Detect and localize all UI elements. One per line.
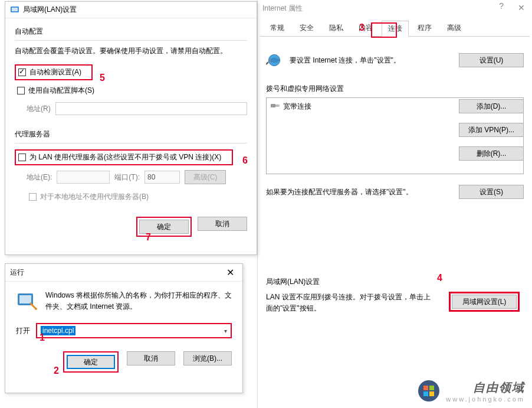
proxy-group-label: 代理服务器 (15, 129, 247, 139)
tab-privacy[interactable]: 隐私 (323, 20, 350, 36)
ie-body: 要设置 Internet 连接，单击"设置"。 设置(U) 拨号和虚拟专用网络设… (258, 37, 532, 320)
close-button[interactable]: ✕ (518, 3, 525, 12)
proxy-checkbox-label: 为 LAN 使用代理服务器(这些设置不用于拨号或 VPN 连接)(X) (29, 152, 221, 162)
auto-config-desc: 自动配置会覆盖手动设置。要确保使用手动设置，请禁用自动配置。 (15, 45, 247, 56)
use-script-checkbox[interactable] (17, 87, 25, 94)
run-open-combobox[interactable]: inetcpl.cpl ▾ (36, 323, 232, 338)
run-buttons-row: 确定 取消 浏览(B)... (16, 351, 232, 373)
run-description: Windows 将根据你所输入的名称，为你打开相应的程序、文件夹、文档或 Int… (45, 290, 232, 312)
lan-section: 局域网(LAN)设置 LAN 设置不应用到拨号连接。对于拨号设置，单击上面的"设… (266, 277, 524, 314)
bypass-local-row: 对于本地地址不使用代理服务器(B) (27, 190, 247, 204)
lan-titlebar: 局域网(LAN)设置 (5, 2, 257, 18)
lan-body: 自动配置 自动配置会覆盖手动设置。要确保使用手动设置，请禁用自动配置。 自动检测… (5, 18, 257, 245)
svg-rect-2 (271, 104, 275, 107)
proxy-address-row: 地址(E): 端口(T): 高级(C) (27, 170, 247, 184)
proxy-address-input (57, 171, 110, 184)
annotation-box-2: 确定 (63, 351, 119, 373)
run-close-button[interactable]: ✕ (223, 267, 238, 278)
proxy-checkbox[interactable] (18, 154, 26, 161)
run-app-icon (16, 290, 37, 311)
tab-connections[interactable]: 连接 (382, 21, 409, 37)
add-dial-button[interactable]: 添加(D)... (459, 99, 524, 113)
annotation-number-5: 5 (100, 73, 105, 83)
internet-properties-window: Internet 属性 ? ✕ 常规 安全 隐私 内容 连接 程序 高级 3 要… (257, 0, 532, 408)
chevron-down-icon[interactable]: ▾ (224, 328, 227, 334)
conn-settings-button[interactable]: 设置(S) (459, 185, 524, 199)
svg-rect-7 (12, 8, 18, 11)
lan-dialog-buttons: 确定 取消 (15, 217, 247, 237)
proxy-port-input (145, 171, 180, 184)
run-body: Windows 将根据你所输入的名称，为你打开相应的程序、文件夹、文档或 Int… (5, 282, 242, 381)
auto-detect-label: 自动检测设置(A) (29, 67, 81, 77)
dial-buttons-column: 添加(D)... 添加 VPN(P)... 删除(R)... (459, 99, 524, 161)
plug-icon (270, 102, 280, 111)
tab-content[interactable]: 内容 (352, 20, 379, 36)
use-script-label: 使用自动配置脚本(S) (28, 86, 94, 96)
script-address-row: 地址(R) (27, 102, 247, 115)
run-title-text: 运行 (10, 267, 24, 278)
annotation-box-7: 确定 (136, 217, 192, 237)
divider (15, 40, 247, 41)
auto-config-label: 自动配置 (15, 27, 247, 37)
run-open-label: 打开 (16, 326, 30, 336)
auto-detect-checkbox[interactable] (18, 68, 26, 76)
setup-row: 要设置 Internet 连接，单击"设置"。 设置(U) (266, 52, 524, 68)
tab-security[interactable]: 安全 (293, 20, 320, 36)
proxy-note-text: 如果要为连接配置代理服务器，请选择"设置"。 (266, 187, 413, 197)
lan-cancel-button[interactable]: 取消 (198, 217, 247, 231)
lan-group-label: 局域网(LAN)设置 (266, 277, 524, 287)
bypass-local-label: 对于本地地址不使用代理服务器(B) (40, 192, 149, 202)
proxy-port-label: 端口(T): (114, 172, 140, 182)
tab-programs[interactable]: 程序 (411, 20, 438, 36)
help-button[interactable]: ? (499, 1, 504, 11)
add-vpn-button[interactable]: 添加 VPN(P)... (459, 123, 524, 137)
script-address-input (55, 102, 247, 115)
annotation-box-4: 局域网设置(L) (449, 292, 520, 312)
run-open-value: inetcpl.cpl (41, 326, 75, 335)
bypass-local-checkbox (29, 193, 37, 201)
run-titlebar: 运行 ✕ (5, 264, 242, 282)
setup-button[interactable]: 设置(U) (459, 53, 524, 67)
script-address-label: 地址(R) (27, 104, 51, 114)
setup-text: 要设置 Internet 连接，单击"设置"。 (290, 56, 400, 66)
run-browse-button[interactable]: 浏览(B)... (183, 351, 232, 365)
auto-detect-checkbox-row[interactable]: 自动检测设置(A) (15, 64, 93, 80)
tab-general[interactable]: 常规 (264, 20, 291, 36)
ie-titlebar: Internet 属性 ? ✕ (258, 0, 532, 17)
run-dialog: 运行 ✕ Windows 将根据你所输入的名称，为你打开相应的程序、文件夹、文档… (5, 263, 243, 393)
lan-settings-button[interactable]: 局域网设置(L) (452, 295, 517, 309)
remove-dial-button[interactable]: 删除(R)... (459, 146, 524, 161)
ie-title-text: Internet 属性 (262, 4, 303, 14)
proxy-address-label: 地址(E): (27, 172, 52, 182)
lan-note-text: LAN 设置不应用到拨号连接。对于拨号设置，单击上面的"设置"按钮。 (266, 292, 437, 314)
lan-ok-button[interactable]: 确定 (139, 220, 189, 234)
globe-icon (266, 52, 283, 68)
annotation-number-6: 6 (242, 155, 248, 166)
svg-point-12 (35, 308, 37, 310)
proxy-advanced-button: 高级(C) (185, 170, 226, 184)
divider (15, 143, 247, 143)
lan-dialog-icon (10, 5, 19, 15)
lan-title-text: 局域网(LAN)设置 (23, 5, 77, 15)
svg-rect-3 (275, 105, 278, 107)
svg-rect-11 (19, 295, 31, 303)
lan-settings-dialog: 局域网(LAN)设置 自动配置 自动配置会覆盖手动设置。要确保使用手动设置，请禁… (5, 1, 257, 255)
ie-tabs: 常规 安全 隐私 内容 连接 程序 高级 (260, 20, 530, 37)
run-open-row: 打开 inetcpl.cpl ▾ (16, 323, 232, 338)
use-script-checkbox-row[interactable]: 使用自动配置脚本(S) (15, 84, 247, 97)
dial-group-label: 拨号和虚拟专用网络设置 (266, 84, 524, 94)
dial-item-label: 宽带连接 (283, 102, 311, 112)
run-ok-button[interactable]: 确定 (67, 355, 115, 369)
run-top-row: Windows 将根据你所输入的名称，为你打开相应的程序、文件夹、文档或 Int… (16, 290, 232, 312)
proxy-checkbox-row[interactable]: 为 LAN 使用代理服务器(这些设置不用于拨号或 VPN 连接)(X) (15, 149, 233, 165)
tab-advanced[interactable]: 高级 (441, 20, 468, 36)
run-cancel-button[interactable]: 取消 (127, 351, 175, 365)
proxy-note-row: 如果要为连接配置代理服务器，请选择"设置"。 设置(S) (266, 185, 524, 199)
